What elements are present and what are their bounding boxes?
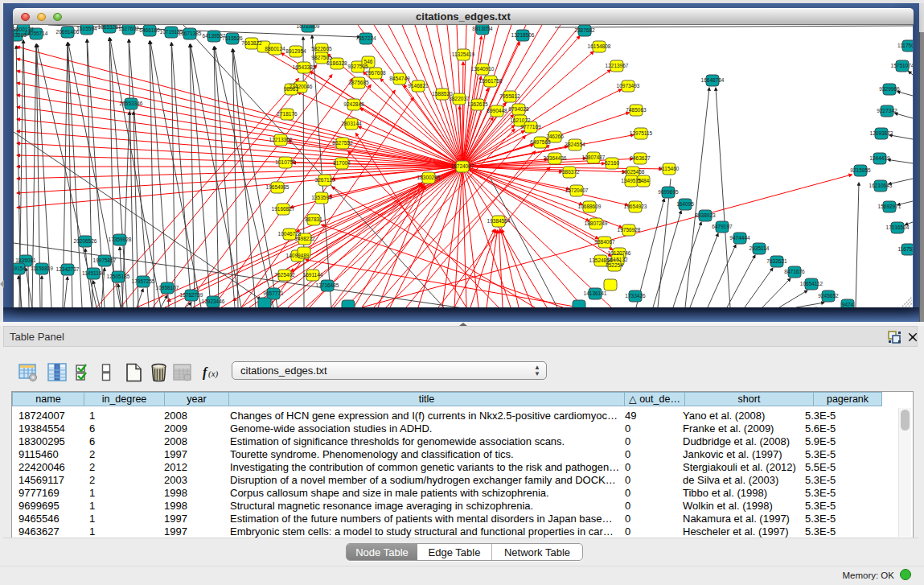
svg-text:12342737: 12342737 <box>56 266 80 272</box>
svg-text:12093872: 12093872 <box>870 130 893 136</box>
svg-text:2935114: 2935114 <box>749 245 770 251</box>
svg-text:15692971: 15692971 <box>878 204 901 209</box>
svg-text:3267110: 3267110 <box>315 177 335 183</box>
svg-text:7515526: 7515526 <box>222 35 243 41</box>
svg-text:19654923: 19654923 <box>624 204 647 209</box>
svg-text:8471676: 8471676 <box>784 269 805 274</box>
svg-text:817004: 817004 <box>333 160 351 166</box>
svg-text:6497568: 6497568 <box>530 139 551 145</box>
svg-text:9215955: 9215955 <box>850 167 871 173</box>
svg-text:(x): (x) <box>208 369 219 379</box>
svg-text:2718176: 2718176 <box>277 111 298 117</box>
svg-text:6466160: 6466160 <box>139 27 160 33</box>
svg-text:1498222: 1498222 <box>294 236 315 241</box>
svg-text:12505185: 12505185 <box>107 274 130 279</box>
svg-text:18724007: 18724007 <box>451 163 474 169</box>
svg-text:9242848: 9242848 <box>343 101 364 107</box>
svg-text:7632621: 7632621 <box>766 258 787 264</box>
svg-text:1353594: 1353594 <box>311 195 332 200</box>
svg-text:9115460: 9115460 <box>659 166 680 171</box>
svg-text:7485063: 7485063 <box>626 107 647 113</box>
svg-text:20553346: 20553346 <box>120 101 143 106</box>
svg-text:1615594: 1615594 <box>76 26 97 31</box>
svg-text:20206526: 20206526 <box>74 238 97 244</box>
svg-text:16671385: 16671385 <box>179 31 202 36</box>
svg-text:252254: 252254 <box>606 262 623 268</box>
svg-text:19654985: 19654985 <box>266 184 290 190</box>
svg-text:17016504: 17016504 <box>886 225 910 230</box>
svg-text:3824554: 3824554 <box>565 142 585 147</box>
svg-text:15720407: 15720407 <box>565 187 589 193</box>
svg-text:10025458: 10025458 <box>622 169 645 175</box>
svg-text:9657771: 9657771 <box>263 290 284 296</box>
svg-text:16782759: 16782759 <box>180 292 203 298</box>
svg-text:8912954: 8912954 <box>285 48 306 54</box>
svg-text:3875685: 3875685 <box>348 80 369 85</box>
svg-text:1691144: 1691144 <box>303 272 323 278</box>
svg-text:9329966: 9329966 <box>879 86 900 92</box>
svg-text:9463627: 9463627 <box>630 155 651 161</box>
svg-text:10807487: 10807487 <box>582 154 606 160</box>
svg-text:8327552: 8327552 <box>332 140 353 146</box>
svg-text:1527602: 1527602 <box>118 26 139 31</box>
svg-text:8860124: 8860124 <box>265 46 285 51</box>
svg-text:546: 546 <box>364 59 373 64</box>
svg-text:20364436: 20364436 <box>544 155 567 161</box>
svg-text:13640910: 13640910 <box>471 66 495 72</box>
svg-text:16648784: 16648784 <box>701 77 725 83</box>
svg-text:9245652: 9245652 <box>818 293 839 299</box>
svg-text:19756928: 19756928 <box>618 227 641 233</box>
svg-text:2967608: 2967608 <box>365 70 386 76</box>
svg-text:8938923: 8938923 <box>695 212 716 218</box>
svg-text:2387682: 2387682 <box>574 27 595 33</box>
svg-text:16033809: 16033809 <box>297 25 320 29</box>
svg-text:62160: 62160 <box>605 160 619 166</box>
svg-text:7955812: 7955812 <box>499 93 520 99</box>
svg-text:18807249: 18807249 <box>585 220 608 226</box>
svg-text:8186328: 8186328 <box>326 60 347 66</box>
svg-text:12975115: 12975115 <box>630 130 653 136</box>
svg-text:7386372: 7386372 <box>559 169 580 175</box>
svg-text:16154808: 16154808 <box>588 43 611 49</box>
svg-text:9146821: 9146821 <box>408 83 429 89</box>
svg-text:19975857: 19975857 <box>93 257 117 263</box>
svg-text:98961: 98961 <box>284 86 298 92</box>
svg-text:f: f <box>203 365 208 380</box>
svg-text:11175084: 11175084 <box>897 43 913 48</box>
svg-text:9227342: 9227342 <box>877 108 897 113</box>
svg-text:17957255: 17957255 <box>132 278 155 284</box>
svg-text:9699695: 9699695 <box>658 189 679 195</box>
svg-text:14099489: 14099489 <box>286 253 310 258</box>
svg-text:39154: 39154 <box>14 266 26 271</box>
svg-text:9327505: 9327505 <box>347 64 368 69</box>
svg-text:9827505: 9827505 <box>311 55 332 60</box>
svg-text:10973493: 10973493 <box>617 83 640 89</box>
svg-text:9474444: 9474444 <box>729 235 750 241</box>
svg-text:887831: 887831 <box>305 216 322 222</box>
svg-text:1010755: 1010755 <box>275 159 296 165</box>
svg-text:1621072: 1621072 <box>510 117 531 123</box>
svg-text:8990448: 8990448 <box>487 108 507 113</box>
svg-text:7663822: 7663822 <box>241 40 262 46</box>
svg-text:6479197: 6479197 <box>712 224 733 229</box>
svg-text:9777169: 9777169 <box>520 124 541 130</box>
svg-text:16210643: 16210643 <box>869 183 893 188</box>
svg-text:11325419: 11325419 <box>452 51 475 57</box>
svg-text:5484: 5484 <box>638 178 650 183</box>
svg-text:1362615: 1362615 <box>467 101 488 107</box>
svg-text:11451194: 11451194 <box>82 270 105 276</box>
svg-text:13218506: 13218506 <box>511 32 535 38</box>
svg-text:13716485: 13716485 <box>316 282 339 288</box>
svg-text:746266: 746266 <box>546 134 564 139</box>
svg-text:3822037: 3822037 <box>449 96 470 101</box>
svg-text:6794028: 6794028 <box>508 106 529 112</box>
svg-text:8813054: 8813054 <box>472 26 493 31</box>
svg-text:9384067: 9384067 <box>594 239 615 245</box>
svg-text:14055714: 14055714 <box>25 31 48 36</box>
svg-text:10688609: 10688609 <box>578 204 602 209</box>
svg-text:8454749: 8454749 <box>389 76 410 81</box>
svg-text:1167530: 1167530 <box>898 246 913 252</box>
svg-text:10120746: 10120746 <box>608 250 631 256</box>
svg-text:1244419: 1244419 <box>869 155 890 161</box>
svg-text:164095: 164095 <box>676 201 694 207</box>
